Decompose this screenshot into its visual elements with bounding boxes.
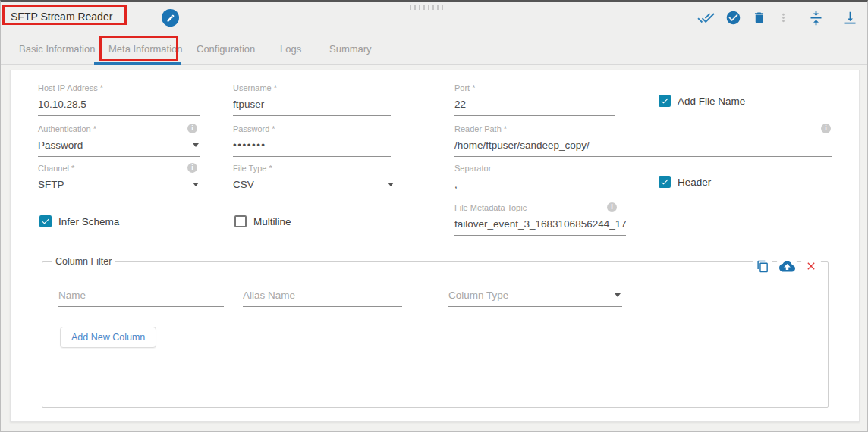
header-bar <box>1 2 867 33</box>
port-field: Port * <box>454 83 615 116</box>
active-tab-underline <box>94 62 181 65</box>
download-icon <box>842 10 858 26</box>
host-ip-input[interactable] <box>38 95 200 116</box>
upload-button[interactable] <box>776 255 797 277</box>
infer-schema-label: Infer Schema <box>58 216 119 227</box>
port-label: Port * <box>454 83 615 93</box>
check-circle-icon <box>725 10 741 26</box>
column-filter-actions <box>752 255 822 277</box>
chevron-down-icon <box>193 183 199 186</box>
copy-icon <box>756 260 769 273</box>
check-circle-button[interactable] <box>725 10 741 26</box>
remove-filter-button[interactable] <box>800 255 822 277</box>
file-type-field: File Type * CSV <box>233 164 395 196</box>
infer-schema-checkbox[interactable]: Infer Schema <box>39 215 119 227</box>
checkbox-icon[interactable] <box>234 215 247 227</box>
column-type-select[interactable]: Column Type <box>448 286 622 307</box>
chevron-down-icon <box>388 183 394 186</box>
port-input[interactable] <box>454 95 615 116</box>
download-button[interactable] <box>842 10 858 26</box>
host-ip-label: Host IP Address * <box>38 83 200 93</box>
header-checkbox[interactable]: Header <box>659 176 711 188</box>
authentication-select[interactable]: Password <box>38 136 200 157</box>
collapse-button[interactable] <box>808 10 824 26</box>
authentication-field: Authentication * i Password <box>38 124 200 157</box>
form-card: Host IP Address * Username * Port * Add … <box>10 70 860 422</box>
separator-input[interactable] <box>454 176 615 196</box>
authentication-label: Authentication * <box>38 124 200 134</box>
file-metadata-topic-field: File Metadata Topic i <box>454 203 626 236</box>
channel-field: Channel * i SFTP <box>38 164 200 196</box>
column-filter-legend: Column Filter <box>52 256 115 267</box>
collapse-vertical-icon <box>808 10 824 26</box>
username-label: Username * <box>233 83 391 93</box>
channel-label: Channel * <box>38 164 200 174</box>
column-type-placeholder: Column Type <box>448 290 508 301</box>
pencil-icon <box>166 14 175 23</box>
file-metadata-topic-label: File Metadata Topic <box>454 203 626 213</box>
channel-value: SFTP <box>38 179 64 190</box>
info-icon[interactable]: i <box>821 124 831 133</box>
more-options-button[interactable] <box>777 11 790 24</box>
username-field: Username * <box>233 83 391 116</box>
tab-logs[interactable]: Logs <box>280 33 301 65</box>
chevron-down-icon <box>193 143 199 147</box>
separator-field: Separator <box>454 164 615 196</box>
reader-path-field: Reader Path * i <box>454 124 832 157</box>
tab-bar: Basic Information Meta Information Confi… <box>1 33 867 65</box>
double-check-icon <box>697 9 715 27</box>
file-type-select[interactable]: CSV <box>233 176 395 196</box>
add-new-column-button[interactable]: Add New Column <box>60 327 156 348</box>
chevron-down-icon <box>615 293 621 297</box>
info-icon[interactable]: i <box>187 124 197 133</box>
column-type-field: Column Type <box>448 286 622 307</box>
column-name-field <box>58 286 224 307</box>
kebab-menu-icon <box>777 11 790 24</box>
add-file-name-checkbox[interactable]: Add File Name <box>659 95 745 107</box>
tab-meta-information[interactable]: Meta Information <box>108 33 183 65</box>
file-metadata-topic-input[interactable] <box>454 215 626 236</box>
header-label: Header <box>678 177 711 188</box>
tab-configuration[interactable]: Configuration <box>197 33 255 65</box>
checkbox-icon[interactable] <box>39 215 52 227</box>
column-name-input[interactable] <box>58 286 224 307</box>
authentication-value: Password <box>38 139 83 151</box>
password-input[interactable] <box>233 136 391 157</box>
separator-label: Separator <box>454 164 615 174</box>
multiline-checkbox[interactable]: Multiline <box>234 215 291 227</box>
username-input[interactable] <box>233 95 391 116</box>
delete-button[interactable] <box>752 11 766 25</box>
tab-basic-information[interactable]: Basic Information <box>19 33 95 65</box>
header-actions <box>697 2 858 33</box>
sftp-stream-reader-page: Basic Information Meta Information Confi… <box>0 0 868 432</box>
copy-button[interactable] <box>752 255 773 277</box>
alias-name-field <box>243 286 402 307</box>
reader-path-input[interactable] <box>454 136 832 157</box>
multiline-label: Multiline <box>253 216 291 227</box>
tab-summary[interactable]: Summary <box>329 33 372 65</box>
cloud-upload-icon <box>779 258 795 274</box>
trash-icon <box>752 11 766 25</box>
checkbox-icon[interactable] <box>659 176 671 188</box>
info-icon[interactable]: i <box>187 163 197 173</box>
password-field: Password * <box>233 124 391 157</box>
host-ip-field: Host IP Address * <box>38 83 200 116</box>
file-type-value: CSV <box>233 179 254 190</box>
checkbox-icon[interactable] <box>659 95 671 107</box>
info-icon[interactable]: i <box>607 202 617 212</box>
close-icon <box>805 260 817 272</box>
reader-path-label: Reader Path * <box>454 124 832 134</box>
column-filter-section: Column Filter Column Type <box>42 256 829 408</box>
add-file-name-label: Add File Name <box>678 95 745 107</box>
component-name-input[interactable] <box>5 8 157 27</box>
password-label: Password * <box>233 124 391 134</box>
drag-handle[interactable] <box>410 5 443 10</box>
edit-name-button[interactable] <box>162 9 179 27</box>
alias-name-input[interactable] <box>243 286 402 307</box>
channel-select[interactable]: SFTP <box>38 176 200 196</box>
double-check-button[interactable] <box>697 9 715 27</box>
file-type-label: File Type * <box>233 164 395 174</box>
